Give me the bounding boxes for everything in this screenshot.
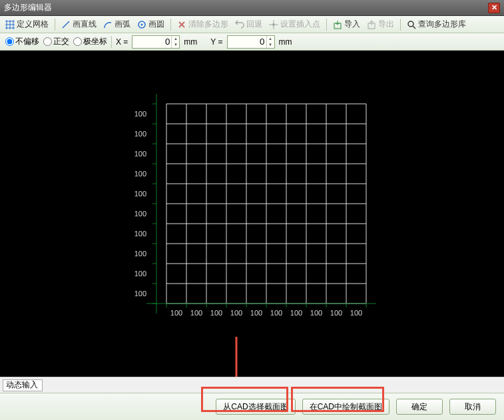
draw-in-cad-button[interactable]: 在CAD中绘制截面图 (302, 399, 389, 415)
svg-text:100: 100 (170, 309, 182, 317)
query-library-label: 查询多边形库 (418, 19, 466, 30)
svg-text:100: 100 (230, 309, 242, 317)
window-title: 多边形编辑器 (4, 2, 488, 13)
svg-text:100: 100 (134, 190, 146, 198)
insert-point-icon (269, 20, 278, 29)
delete-icon (177, 20, 186, 29)
clear-polygon-label: 清除多边形 (188, 19, 228, 30)
no-offset-radio[interactable]: 不偏移 (5, 36, 39, 47)
ortho-radio[interactable]: 正交 (43, 36, 69, 47)
y-spin-down[interactable]: ▼ (266, 42, 274, 48)
x-unit: mm (184, 37, 197, 47)
svg-line-6 (63, 21, 69, 28)
svg-text:100: 100 (134, 110, 146, 118)
svg-line-17 (413, 26, 415, 29)
cancel-button[interactable]: 取消 (449, 399, 496, 415)
undo-icon (235, 20, 244, 29)
close-icon: ✕ (491, 3, 497, 12)
svg-text:100: 100 (134, 270, 146, 278)
define-grid-button[interactable]: 定义网格 (3, 17, 51, 31)
draw-circle-button[interactable]: 画圆 (134, 17, 167, 31)
draw-arc-label: 画弧 (115, 19, 130, 30)
query-library-button[interactable]: 查询多边形库 (404, 17, 469, 31)
svg-text:100: 100 (134, 150, 146, 158)
line-icon (61, 20, 71, 29)
svg-text:100: 100 (134, 290, 146, 298)
polar-radio[interactable]: 极坐标 (73, 36, 107, 47)
titlebar: 多边形编辑器 ✕ (0, 0, 504, 16)
dynamic-input-field[interactable] (3, 379, 43, 391)
grid-icon (5, 20, 15, 29)
set-insert-label: 设置插入点 (280, 19, 320, 30)
export-button[interactable]: 导出 (364, 17, 397, 31)
search-icon (407, 20, 416, 29)
draw-circle-label: 画圆 (148, 19, 164, 30)
svg-point-8 (141, 23, 143, 25)
separator (111, 36, 112, 48)
x-spin-down[interactable]: ▼ (171, 42, 179, 48)
svg-text:100: 100 (210, 309, 222, 317)
export-label: 导出 (378, 19, 394, 30)
draw-arc-button[interactable]: 画弧 (101, 17, 133, 31)
export-icon (367, 20, 376, 29)
svg-text:100: 100 (190, 309, 202, 317)
svg-text:100: 100 (134, 170, 146, 178)
x-label: X = (116, 37, 128, 47)
undo-button[interactable]: 回退 (232, 17, 265, 31)
svg-text:100: 100 (134, 210, 146, 218)
arc-icon (103, 20, 113, 29)
separator (400, 19, 401, 31)
separator (326, 19, 327, 31)
options-bar: 不偏移 正交 极坐标 X = ▲▼ mm Y = ▲▼ mm (0, 33, 504, 51)
separator (55, 19, 55, 31)
svg-text:100: 100 (250, 309, 262, 317)
draw-line-button[interactable]: 画直线 (59, 17, 99, 31)
footer: 从CAD选择截面图 在CAD中绘制截面图 确定 取消 (0, 393, 504, 420)
x-spin-up[interactable]: ▲ (171, 36, 179, 42)
import-icon (333, 20, 342, 29)
undo-label: 回退 (246, 19, 262, 30)
svg-text:100: 100 (134, 230, 146, 238)
svg-text:100: 100 (350, 309, 362, 317)
define-grid-label: 定义网格 (17, 19, 49, 30)
clear-polygon-button[interactable]: 清除多边形 (174, 17, 231, 31)
import-label: 导入 (344, 19, 360, 30)
import-button[interactable]: 导入 (330, 17, 363, 31)
from-cad-button[interactable]: 从CAD选择截面图 (216, 399, 295, 415)
svg-text:100: 100 (330, 309, 342, 317)
toolbar: 定义网格 画直线 画弧 画圆 清除多边形 回退 设置插入点 (0, 16, 504, 33)
separator (170, 19, 171, 31)
svg-point-16 (408, 21, 413, 27)
draw-line-label: 画直线 (73, 19, 97, 30)
circle-icon (137, 20, 146, 29)
svg-text:100: 100 (134, 130, 146, 138)
close-button[interactable]: ✕ (488, 3, 500, 13)
y-unit: mm (279, 37, 292, 47)
canvas[interactable]: 1001001001001001001001001001001001001001… (0, 51, 504, 377)
y-spin-up[interactable]: ▲ (266, 36, 274, 42)
svg-text:100: 100 (270, 309, 282, 317)
set-insert-button[interactable]: 设置插入点 (266, 17, 323, 31)
svg-text:100: 100 (290, 309, 302, 317)
status-bar (0, 377, 504, 393)
svg-text:100: 100 (134, 250, 146, 258)
y-label: Y = (210, 37, 222, 47)
svg-text:100: 100 (310, 309, 322, 317)
ok-button[interactable]: 确定 (396, 399, 443, 415)
